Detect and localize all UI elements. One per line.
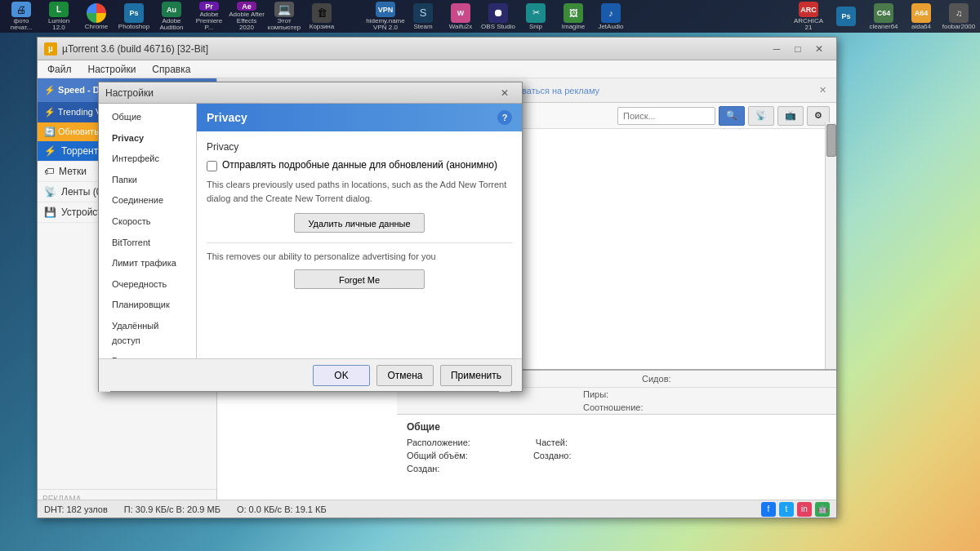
settings-nav-playback[interactable]: Воспроизведение bbox=[99, 351, 196, 358]
settings-nav-interface[interactable]: Интерфейс bbox=[99, 149, 196, 170]
settings-nav: Общие Privacy Интерфейс Папки Соединение… bbox=[99, 104, 197, 358]
general-section-label: Общие bbox=[407, 421, 826, 433]
torrents-icon: ⚡ bbox=[44, 145, 56, 157]
privacy-divider bbox=[207, 242, 512, 243]
taskbar-icon-snip[interactable]: ✂ Snip bbox=[518, 2, 554, 31]
taskbar: 🖨 фотопечат... L Lumion 12.0 Chrome Ps P… bbox=[0, 0, 980, 33]
utorrent-icon: µ bbox=[44, 42, 57, 56]
settings-nav-bittorrent[interactable]: BitTorrent bbox=[99, 233, 196, 254]
scrollbar-thumb bbox=[826, 124, 836, 157]
settings-nav-privacy[interactable]: Privacy bbox=[99, 128, 196, 149]
settings-title: Настройки bbox=[105, 87, 494, 99]
ad-close-icon[interactable]: ✕ bbox=[819, 85, 826, 96]
search-button[interactable]: 🔍 bbox=[719, 106, 745, 126]
minimize-button[interactable]: ─ bbox=[766, 41, 787, 57]
utorrent-statusbar: DHT: 182 узлов П: 30.9 КБ/с В: 20.9 МБ О… bbox=[38, 500, 836, 518]
right-panel-peers-label: Пиры: bbox=[583, 389, 608, 399]
upload-status: О: 0.0 КБ/с В: 19.1 КБ bbox=[237, 504, 327, 514]
taskbar-icon-lumion[interactable]: L Lumion 12.0 bbox=[41, 2, 77, 31]
devices-icon: 💾 bbox=[44, 207, 56, 218]
privacy-panel: Privacy ? Privacy Отправлять подробные д… bbox=[197, 104, 522, 358]
taskbar-icon-steam[interactable]: S Steam bbox=[405, 2, 441, 31]
taskbar-icon-chrome[interactable]: Chrome bbox=[78, 2, 114, 31]
bottom-info: Общие Расположение: Частей: Общий объём:… bbox=[397, 415, 836, 483]
location-label: Расположение: bbox=[407, 438, 470, 447]
maximize-button[interactable]: □ bbox=[787, 41, 808, 57]
forget-me-button[interactable]: Forget Me bbox=[294, 269, 425, 289]
settings-nav-traffic[interactable]: Лимит трафика bbox=[99, 253, 196, 274]
menu-help[interactable]: Справка bbox=[149, 62, 194, 77]
taskbar-icon-archicad[interactable]: ARC ARCHICA21 bbox=[791, 2, 826, 31]
taskbar-icon-aida64[interactable]: A64 aida64 bbox=[903, 2, 939, 31]
privacy-description: This clears previously used paths in loc… bbox=[207, 178, 512, 205]
taskbar-icon-premiere[interactable]: Pr AdobePremiere P... bbox=[191, 2, 227, 31]
taskbar-icon-aftereffects[interactable]: Ae Adoble AfterEffects 2020 bbox=[229, 2, 265, 31]
facebook-icon[interactable]: f bbox=[761, 502, 776, 517]
taskbar-icon-waifu[interactable]: W Waifu2x bbox=[443, 2, 479, 31]
settings-titlebar: Настройки ✕ bbox=[99, 82, 522, 104]
privacy-advertising-text: This removes our ability to personalize … bbox=[207, 251, 512, 261]
labels-icon: 🏷 bbox=[44, 166, 54, 177]
privacy-content: Privacy Отправлять подробные данные для … bbox=[197, 131, 522, 309]
help-icon[interactable]: ? bbox=[497, 110, 512, 125]
android-icon[interactable]: 🤖 bbox=[815, 502, 830, 517]
settings-nav-scheduler[interactable]: Планировщик bbox=[99, 295, 196, 316]
settings-close-button[interactable]: ✕ bbox=[494, 85, 515, 101]
taskbar-icon-obs[interactable]: ⏺ OBS Studio bbox=[480, 2, 516, 31]
settings-nav-remote[interactable]: Удалённый доступ bbox=[99, 316, 196, 351]
settings-body: Общие Privacy Интерфейс Папки Соединение… bbox=[99, 104, 522, 358]
utorrent-titlebar: µ µTorrent 3.6 (build 46716) [32-Bit] ─ … bbox=[38, 38, 836, 60]
taskbar-icon-audition[interactable]: Au AdobeAudition bbox=[154, 2, 189, 31]
taskbar-icon-jetaudio[interactable]: ♪ JetAudio bbox=[593, 2, 629, 31]
right-panel-ratio-label: Соотношение: bbox=[583, 402, 644, 412]
delete-personal-data-button[interactable]: Удалить личные данные bbox=[294, 213, 425, 233]
privacy-checkbox-label: Отправлять подробные данные для обновлен… bbox=[222, 159, 497, 171]
dht-status: DHT: 182 узлов bbox=[44, 504, 108, 514]
taskbar-icon-ps2[interactable]: Ps bbox=[828, 2, 864, 31]
main-scrollbar[interactable] bbox=[825, 122, 836, 384]
ok-button[interactable]: OK bbox=[313, 365, 370, 386]
settings-nav-folders[interactable]: Папки bbox=[99, 170, 196, 191]
privacy-checkbox[interactable] bbox=[207, 161, 217, 171]
menu-file[interactable]: Файл bbox=[44, 62, 75, 77]
utorrent-menubar: Файл Настройки Справка bbox=[38, 60, 836, 78]
settings-dialog: Настройки ✕ Общие Privacy Интерфейс Папк… bbox=[98, 82, 523, 392]
menu-settings[interactable]: Настройки bbox=[85, 62, 140, 77]
taskbar-icon-foobar[interactable]: ♫ foobar2000 bbox=[941, 2, 977, 31]
settings-nav-general[interactable]: Общие bbox=[99, 107, 196, 128]
settings-nav-speed[interactable]: Скорость bbox=[99, 211, 196, 233]
social-icons: f t in 🤖 bbox=[761, 502, 830, 517]
privacy-header: Privacy ? bbox=[197, 104, 522, 131]
settings-nav-queue[interactable]: Очередность bbox=[99, 274, 196, 295]
utorrent-title: µTorrent 3.6 (build 46716) [32-Bit] bbox=[62, 43, 766, 55]
taskbar-icon-computer[interactable]: 💻 Этоткомпьютер bbox=[266, 2, 302, 31]
size-label: Общий объём: bbox=[407, 451, 468, 460]
search-input[interactable] bbox=[617, 107, 715, 125]
created-label: Создан: bbox=[407, 464, 439, 473]
created-label2: Создано: bbox=[533, 451, 572, 460]
settings-nav-connection[interactable]: Соединение bbox=[99, 190, 196, 211]
remote-button[interactable]: 📡 bbox=[748, 106, 774, 126]
settings-footer: OK Отмена Применить bbox=[99, 358, 522, 391]
taskbar-icon-photoshop[interactable]: Ps Photoshop bbox=[116, 2, 152, 31]
cancel-button[interactable]: Отмена bbox=[376, 365, 434, 386]
apply-button[interactable]: Применить bbox=[440, 365, 512, 386]
taskbar-icon-vpn[interactable]: VPN hidemy.nameVPN 2.0 bbox=[368, 2, 403, 31]
twitter-icon[interactable]: t bbox=[779, 502, 794, 517]
instagram-icon[interactable]: in bbox=[797, 502, 812, 517]
taskbar-icon-foto[interactable]: 🖨 фотопечат... bbox=[3, 2, 39, 31]
taskbar-icon-imagine[interactable]: 🖼 Imagine bbox=[555, 2, 591, 31]
right-panel-seeds-label: Сидов: bbox=[642, 374, 671, 384]
rss-button[interactable]: 📺 bbox=[777, 106, 804, 126]
privacy-section-label: Privacy bbox=[207, 141, 512, 153]
taskbar-icon-recycle[interactable]: 🗑 Корзина bbox=[304, 2, 340, 31]
privacy-checkbox-row: Отправлять подробные данные для обновлен… bbox=[207, 159, 512, 171]
total-label: Частей: bbox=[536, 438, 568, 447]
close-button[interactable]: ✕ bbox=[808, 41, 830, 57]
transfer-status: П: 30.9 КБ/с В: 20.9 МБ bbox=[124, 504, 220, 514]
taskbar-icon-cleaner[interactable]: C64 cleaner64 bbox=[866, 2, 902, 31]
feeds-icon: 📡 bbox=[44, 186, 56, 198]
